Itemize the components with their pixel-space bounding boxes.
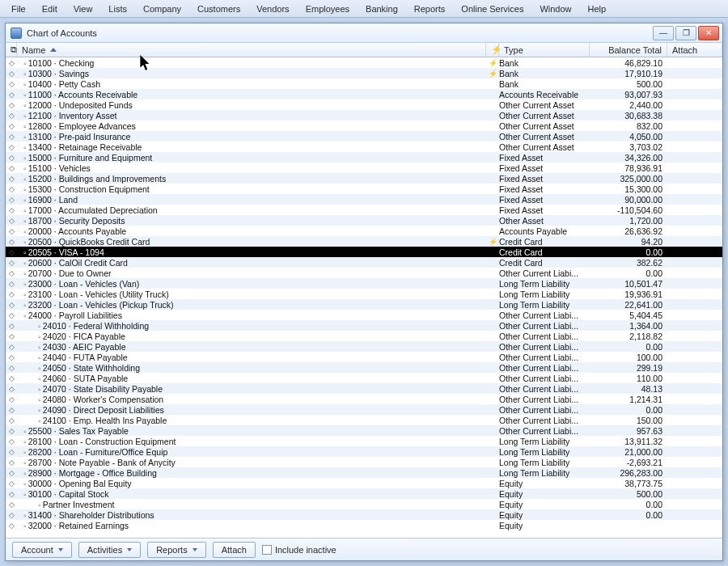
reports-menu-button[interactable]: Reports xyxy=(147,542,206,558)
activities-menu-button[interactable]: Activities xyxy=(78,542,141,558)
account-row[interactable]: ◇◦16900 · LandFixed Asset90,000.00 xyxy=(6,194,722,205)
account-row[interactable]: ◇◦13400 · Retainage ReceivableOther Curr… xyxy=(6,142,722,152)
row-balance: 325,000.00 xyxy=(590,174,667,184)
account-row[interactable]: ◇◦10100 · Checking⚡Bank46,829.10 xyxy=(6,57,722,68)
attach-button[interactable]: Attach xyxy=(213,542,256,558)
account-row[interactable]: ◇◦30000 · Opening Bal EquityEquity38,773… xyxy=(6,478,722,488)
header-online-flag[interactable]: ⚡ xyxy=(486,43,499,57)
account-row[interactable]: ◇◦24030 · AEIC PayableOther Current Liab… xyxy=(6,341,722,352)
row-type: Other Current Liabi... xyxy=(499,342,590,352)
row-expand-icon: ◇ xyxy=(6,311,17,319)
account-row[interactable]: ◇◦15000 · Furniture and EquipmentFixed A… xyxy=(6,152,722,163)
account-row[interactable]: ◇◦15200 · Buildings and ImprovementsFixe… xyxy=(6,173,722,184)
account-row[interactable]: ◇◦28100 · Loan - Construction EquipmentL… xyxy=(6,436,722,446)
account-row[interactable]: ◇◦17000 · Accumulated DepreciationFixed … xyxy=(6,205,722,215)
account-row[interactable]: ◇◦20505 · VISA - 1094Credit Card0.00 xyxy=(6,247,722,257)
header-balance[interactable]: Balance Total xyxy=(590,43,667,57)
row-type: Other Current Liabi... xyxy=(499,363,590,373)
row-balance: 19,936.91 xyxy=(590,289,667,299)
header-type[interactable]: Type xyxy=(499,43,590,57)
menu-lists[interactable]: Lists xyxy=(100,2,135,15)
menu-view[interactable]: View xyxy=(66,2,101,15)
row-name: ◦13400 · Retainage Receivable xyxy=(17,142,486,152)
window-title: Chart of Accounts xyxy=(27,28,648,38)
account-row[interactable]: ◇◦24010 · Federal WithholdingOther Curre… xyxy=(6,320,722,331)
account-row[interactable]: ◇◦23100 · Loan - Vehicles (Utility Truck… xyxy=(6,289,722,299)
account-row[interactable]: ◇◦24100 · Emp. Health Ins PayableOther C… xyxy=(6,415,722,425)
row-type: Other Current Liabi... xyxy=(499,310,590,320)
account-row[interactable]: ◇◦Partner InvestmentEquity0.00 xyxy=(6,499,722,509)
menu-window[interactable]: Window xyxy=(531,2,579,15)
account-row[interactable]: ◇◦24020 · FICA PayableOther Current Liab… xyxy=(6,331,722,341)
row-expand-icon: ◇ xyxy=(6,437,17,446)
row-type: Credit Card xyxy=(499,237,590,247)
maximize-button[interactable]: ❐ xyxy=(675,26,696,40)
menu-help[interactable]: Help xyxy=(580,2,615,15)
account-row[interactable]: ◇◦28200 · Loan - Furniture/Office EquipL… xyxy=(6,446,722,457)
row-name: ◦10300 · Savings xyxy=(17,69,486,78)
account-row[interactable]: ◇◦13100 · Pre-paid InsuranceOther Curren… xyxy=(6,131,722,142)
account-row[interactable]: ◇◦18700 · Security DepositsOther Asset1,… xyxy=(6,215,722,226)
row-expand-icon: ◇ xyxy=(6,301,17,309)
account-row[interactable]: ◇◦28900 · Mortgage - Office BuildingLong… xyxy=(6,467,722,478)
account-row[interactable]: ◇◦24060 · SUTA PayableOther Current Liab… xyxy=(6,373,722,383)
row-expand-icon: ◇ xyxy=(6,196,17,204)
row-name: ◦16900 · Land xyxy=(17,195,486,205)
account-row[interactable]: ◇◦24080 · Worker's CompensationOther Cur… xyxy=(6,394,722,404)
account-row[interactable]: ◇◦24070 · State Disability PayableOther … xyxy=(6,383,722,394)
menu-banking[interactable]: Banking xyxy=(358,2,406,15)
row-balance: 1,214.31 xyxy=(590,395,667,404)
account-row[interactable]: ◇◦12000 · Undeposited FundsOther Current… xyxy=(6,99,722,110)
account-row[interactable]: ◇◦20500 · QuickBooks Credit Card⚡Credit … xyxy=(6,236,722,247)
row-type: Bank xyxy=(499,79,590,89)
account-row[interactable]: ◇◦11000 · Accounts ReceivableAccounts Re… xyxy=(6,89,722,99)
row-type: Other Current Liabi... xyxy=(499,395,590,404)
include-inactive-checkbox[interactable]: Include inactive xyxy=(262,545,336,555)
menu-company[interactable]: Company xyxy=(135,2,189,15)
account-row[interactable]: ◇◦12800 · Employee AdvancesOther Current… xyxy=(6,120,722,131)
close-button[interactable]: ✕ xyxy=(698,26,719,40)
menu-reports[interactable]: Reports xyxy=(406,2,454,15)
row-expand-icon: ◇ xyxy=(6,469,17,477)
account-row[interactable]: ◇◦23000 · Loan - Vehicles (Van)Long Term… xyxy=(6,278,722,289)
header-name[interactable]: Name xyxy=(17,43,486,57)
row-type: Other Current Asset xyxy=(499,121,590,131)
row-name: ◦10400 · Petty Cash xyxy=(17,79,486,89)
account-row[interactable]: ◇◦24050 · State WithholdingOther Current… xyxy=(6,362,722,373)
row-expand-icon: ◇ xyxy=(6,217,17,225)
account-row[interactable]: ◇◦23200 · Loan - Vehicles (Pickup Truck)… xyxy=(6,299,722,310)
account-row[interactable]: ◇◦20600 · CalOil Credit CardCredit Card3… xyxy=(6,257,722,268)
account-row[interactable]: ◇◦30100 · Capital StockEquity500.00 xyxy=(6,488,722,499)
account-row[interactable]: ◇◦10300 · Savings⚡Bank17,910.19 xyxy=(6,68,722,78)
menu-edit[interactable]: Edit xyxy=(34,2,66,15)
account-row[interactable]: ◇◦24000 · Payroll LiabilitiesOther Curre… xyxy=(6,310,722,320)
account-menu-button[interactable]: Account xyxy=(12,542,72,558)
account-row[interactable]: ◇◦32000 · Retained EarningsEquity xyxy=(6,520,722,530)
reports-menu-label: Reports xyxy=(156,545,188,555)
account-row[interactable]: ◇◦24090 · Direct Deposit LiabilitiesOthe… xyxy=(6,404,722,415)
account-row[interactable]: ◇◦12100 · Inventory AssetOther Current A… xyxy=(6,110,722,120)
accounts-grid[interactable]: ◇◦10100 · Checking⚡Bank46,829.10◇◦10300 … xyxy=(6,57,722,538)
account-row[interactable]: ◇◦24040 · FUTA PayableOther Current Liab… xyxy=(6,352,722,362)
account-row[interactable]: ◇◦10400 · Petty CashBank500.00 xyxy=(6,78,722,89)
header-attach[interactable]: Attach xyxy=(667,43,722,57)
menu-file[interactable]: File xyxy=(3,2,34,15)
row-balance: 382.62 xyxy=(590,258,667,268)
minimize-button[interactable]: — xyxy=(653,26,674,40)
account-row[interactable]: ◇◦31400 · Shareholder DistributionsEquit… xyxy=(6,509,722,520)
header-flag[interactable]: ⧉ xyxy=(6,43,17,57)
row-name: ◦12100 · Inventory Asset xyxy=(17,111,486,120)
account-row[interactable]: ◇◦20000 · Accounts PayableAccounts Payab… xyxy=(6,226,722,236)
menu-vendors[interactable]: Vendors xyxy=(248,2,297,15)
account-row[interactable]: ◇◦20700 · Due to OwnerOther Current Liab… xyxy=(6,268,722,278)
row-type: Other Current Liabi... xyxy=(499,332,590,341)
menu-employees[interactable]: Employees xyxy=(298,2,358,15)
menu-online-services[interactable]: Online Services xyxy=(453,2,531,15)
account-row[interactable]: ◇◦28700 · Note Payable - Bank of Anycity… xyxy=(6,457,722,467)
account-row[interactable]: ◇◦15300 · Construction EquipmentFixed As… xyxy=(6,184,722,194)
account-row[interactable]: ◇◦15100 · VehiclesFixed Asset78,936.91 xyxy=(6,163,722,173)
menu-customers[interactable]: Customers xyxy=(189,2,248,15)
chevron-down-icon xyxy=(127,548,132,551)
account-row[interactable]: ◇◦25500 · Sales Tax PayableOther Current… xyxy=(6,425,722,436)
chart-of-accounts-window: Chart of Accounts — ❐ ✕ ⧉ Name ⚡ Type Ba… xyxy=(5,23,723,561)
